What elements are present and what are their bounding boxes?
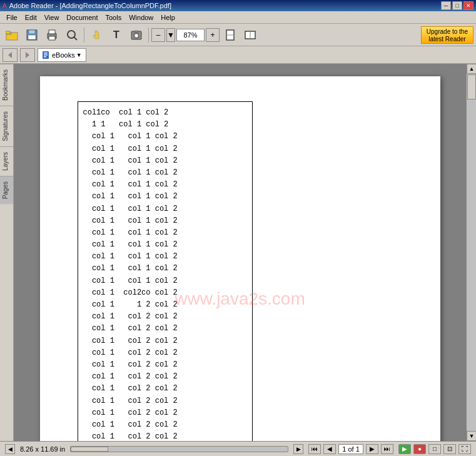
svg-rect-4 (29, 30, 35, 34)
table-row: col 1 col 1 col 2 (83, 167, 247, 179)
fit-page-button[interactable] (221, 26, 240, 44)
table-row: col 1 col 2 col 2 (83, 323, 247, 335)
back-button[interactable] (3, 48, 18, 62)
ebooks-button[interactable]: eBooks ▼ (38, 48, 86, 62)
ebooks-dropdown-arrow: ▼ (76, 52, 82, 58)
table-row: col 1 col 1 col 2 (83, 251, 247, 263)
table-row: col 1 col 2 col 2 (83, 419, 247, 431)
maximize-button[interactable]: □ (452, 1, 462, 10)
upgrade-button[interactable]: Upgrade to the latest Reader (421, 26, 473, 44)
scroll-up-arrow[interactable]: ▲ (467, 64, 476, 74)
scroll-left-arrow[interactable]: ◀ (5, 444, 15, 454)
svg-rect-2 (6, 31, 10, 34)
pdf-table: col1co col 1 col 2 1 1 col 1 col 2 col 1… (78, 101, 253, 441)
zoom-input[interactable] (176, 29, 205, 41)
signatures-tab[interactable]: Signatures (0, 106, 13, 146)
svg-line-10 (74, 37, 77, 40)
scroll-right-arrow[interactable]: ▶ (293, 444, 303, 454)
table-row: col 1 col2co col 2 (83, 287, 247, 299)
table-row: col 1 col 1 col 2 (83, 155, 247, 167)
save-button[interactable] (23, 26, 41, 44)
menu-edit[interactable]: Edit (21, 13, 41, 23)
table-row: col 1 col 1 col 2 (83, 131, 247, 143)
bookmarks-tab[interactable]: Bookmarks (0, 64, 13, 106)
table-row: col 1 col 2 col 2 (83, 431, 247, 441)
svg-marker-20 (26, 52, 29, 58)
layers-tab[interactable]: Layers (0, 146, 13, 176)
zoom-out-button[interactable]: – (151, 28, 165, 42)
menu-document[interactable]: Document (63, 13, 101, 23)
search-button[interactable] (63, 26, 81, 44)
table-row: col1co col 1 col 2 (83, 107, 247, 119)
pages-tab[interactable]: Pages (0, 176, 13, 204)
menu-tools[interactable]: Tools (102, 13, 126, 23)
zoom-dropdown-button[interactable]: ▼ (166, 28, 175, 42)
table-row: col 1 col 2 col 2 (83, 311, 247, 323)
page-number-input[interactable] (338, 444, 363, 454)
close-button[interactable]: ✕ (463, 1, 473, 10)
print-button[interactable] (43, 26, 61, 44)
svg-point-13 (135, 34, 138, 37)
svg-rect-23 (44, 54, 48, 56)
prev-page-button[interactable]: ◀ (323, 444, 336, 454)
zoom-container: – ▼ + (151, 28, 220, 42)
forward-button[interactable] (20, 48, 35, 62)
pdf-page: www.java2s.com col1co col 1 col 2 1 1 co… (40, 76, 440, 441)
separator-1 (84, 28, 84, 43)
scrollbar-right: ▲ ▼ (466, 64, 476, 441)
scroll-down-arrow[interactable]: ▼ (467, 431, 476, 441)
title-bar-text: Adobe Reader - [AddingRectangleToColumnP… (9, 2, 441, 9)
separator-2 (148, 28, 149, 43)
toolbar2: eBooks ▼ (0, 46, 476, 64)
table-row: col 1 col 1 col 2 (83, 263, 247, 275)
table-row: col 1 col 1 col 2 (83, 191, 247, 203)
play-button[interactable]: ▶ (398, 444, 411, 454)
minimize-button[interactable]: ─ (441, 1, 451, 10)
svg-rect-24 (44, 56, 46, 58)
ebooks-label: eBooks (52, 51, 75, 59)
table-row: col 1 col 1 col 2 (83, 143, 247, 155)
table-row: col 1 col 2 col 2 (83, 407, 247, 419)
last-page-button[interactable]: ⏭ (381, 444, 393, 454)
svg-rect-7 (49, 30, 55, 34)
menu-bar: File Edit View Document Tools Window Hel… (0, 11, 476, 24)
table-row: col 1 col 1 col 2 (83, 215, 247, 227)
scroll-thumb[interactable] (467, 74, 476, 99)
menu-window[interactable]: Window (125, 13, 157, 23)
status-right-buttons: ▶ ● □ ⊡ ⛶ (398, 444, 471, 454)
upgrade-line1: Upgrade to the (427, 28, 468, 36)
pdf-area[interactable]: www.java2s.com col1co col 1 col 2 1 1 co… (14, 64, 466, 441)
menu-file[interactable]: File (3, 13, 21, 23)
upgrade-line2: latest Reader (427, 36, 468, 43)
normal-view-button[interactable]: □ (428, 444, 441, 454)
svg-rect-14 (134, 31, 138, 33)
first-page-button[interactable]: ⏮ (308, 444, 321, 454)
page-navigation: ⏮ ◀ ▶ ⏭ (308, 444, 393, 454)
table-row: col 1 col 2 col 2 (83, 359, 247, 371)
table-row: col 1 col 2 col 2 (83, 371, 247, 383)
snapshot-button[interactable] (127, 26, 146, 44)
menu-view[interactable]: View (41, 13, 63, 23)
toolbar: T – ▼ + Upgrade to the latest Reader (0, 24, 476, 46)
text-select-button[interactable]: T (107, 26, 126, 44)
fit-width-button[interactable] (241, 26, 260, 44)
menu-help[interactable]: Help (157, 13, 179, 23)
horizontal-scroll-thumb[interactable] (71, 447, 108, 452)
svg-marker-19 (8, 52, 12, 58)
hand-tool-button[interactable] (87, 26, 106, 44)
table-row: 1 1 col 1 col 2 (83, 119, 247, 131)
full-screen-button[interactable]: ⛶ (458, 444, 471, 454)
main-area: Bookmarks Signatures Layers Pages www.ja… (0, 64, 476, 441)
table-row: col 1 col 1 col 2 (83, 227, 247, 239)
horizontal-scrollbar[interactable] (70, 446, 288, 452)
zoom-in-button[interactable]: + (206, 28, 220, 42)
svg-rect-22 (44, 53, 48, 54)
table-row: col 1 col 2 col 2 (83, 383, 247, 395)
next-page-button[interactable]: ▶ (366, 444, 378, 454)
open-button[interactable] (3, 26, 21, 44)
fit-window-button[interactable]: ⊡ (443, 444, 456, 454)
record-button[interactable]: ● (413, 444, 426, 454)
scroll-track[interactable] (467, 74, 476, 431)
table-row: col 1 col 1 col 2 (83, 179, 247, 191)
status-bar: ◀ 8.26 x 11.69 in ▶ ⏮ ◀ ▶ ⏭ ▶ ● □ ⊡ ⛶ (0, 441, 476, 456)
